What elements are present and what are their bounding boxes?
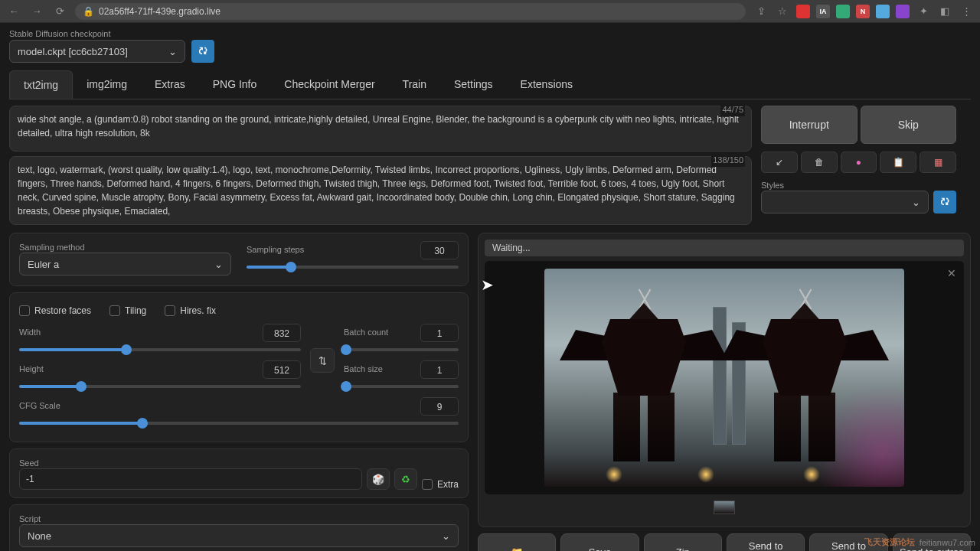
tab-extensions[interactable]: Extensions	[507, 70, 586, 99]
ext-icon-6[interactable]	[896, 5, 910, 18]
extra-seed-checkbox[interactable]: Extra	[422, 479, 459, 490]
width-slider[interactable]	[19, 345, 301, 354]
menu-icon[interactable]: ⋮	[959, 4, 974, 19]
negative-prompt[interactable]: 138/150 text, logo, watermark, (worst qu…	[9, 156, 752, 225]
lock-icon: 🔒	[83, 6, 94, 17]
forward-icon[interactable]: →	[29, 4, 44, 19]
positive-text: wide shot angle, a (gundam:0.8) robot st…	[18, 114, 739, 139]
chevron-down-icon: ⌄	[214, 259, 223, 270]
seed-label: Seed	[19, 458, 39, 468]
refresh-checkpoint-button[interactable]: 🗘	[191, 40, 214, 63]
back-icon[interactable]: ←	[6, 4, 21, 19]
batch-count-value[interactable]: 1	[420, 324, 459, 342]
height-value[interactable]: 512	[263, 360, 301, 379]
ext-icon-5[interactable]	[876, 5, 890, 18]
batch-size-value[interactable]: 1	[420, 360, 459, 379]
sampling-method-label: Sampling method	[19, 243, 85, 252]
width-value[interactable]: 832	[263, 324, 301, 342]
negative-counter: 138/150	[711, 154, 745, 167]
seed-input[interactable]	[19, 468, 362, 490]
positive-prompt[interactable]: 44/75 wide shot angle, a (gundam:0.8) ro…	[9, 106, 752, 152]
ext-icon-4[interactable]: N	[856, 5, 870, 18]
batch-count-slider[interactable]	[344, 345, 459, 354]
tab-checkpoint-merger[interactable]: Checkpoint Merger	[270, 70, 388, 99]
thumbnail[interactable]	[714, 500, 735, 514]
script-select[interactable]: None ⌄	[19, 524, 459, 547]
preview-image[interactable]	[544, 269, 904, 487]
batch-count-label: Batch count	[344, 328, 388, 337]
skip-button[interactable]: Skip	[861, 106, 957, 144]
cfg-label: CFG Scale	[19, 401, 60, 410]
height-label: Height	[19, 364, 44, 373]
swap-dims-button[interactable]: ⇅	[310, 348, 335, 373]
width-label: Width	[19, 328, 41, 337]
ext-icon-1[interactable]	[796, 5, 810, 18]
save-style-icon[interactable]: 📋	[880, 152, 916, 173]
script-label: Script	[19, 514, 41, 523]
url-text: 02a56ff4-71ff-439e.gradio.live	[99, 6, 220, 17]
tiling-checkbox[interactable]: Tiling	[109, 305, 146, 316]
checkpoint-value: model.ckpt [cc6cb27103]	[18, 46, 128, 57]
status-text: Waiting...	[485, 240, 964, 256]
script-value: None	[28, 530, 51, 542]
share-icon[interactable]: ⇪	[753, 4, 769, 19]
main-tabs: txt2img img2img Extras PNG Info Checkpoi…	[9, 70, 971, 99]
sampling-steps-value[interactable]: 30	[420, 241, 459, 259]
preview-area: ✕	[485, 261, 964, 494]
star-icon[interactable]: ☆	[775, 4, 790, 19]
paste-icon[interactable]: ↙	[761, 152, 798, 173]
height-slider[interactable]	[19, 382, 301, 391]
tab-txt2img[interactable]: txt2img	[9, 70, 73, 99]
styles-select[interactable]: ⌄	[761, 191, 929, 214]
tab-train[interactable]: Train	[389, 70, 440, 99]
positive-counter: 44/75	[720, 103, 745, 116]
style-apply-icon[interactable]: ●	[841, 152, 877, 173]
ext-icon-2[interactable]: IA	[816, 5, 830, 18]
checkpoint-label: Stable Diffusion checkpoint	[9, 29, 185, 38]
zip-button[interactable]: Zip	[644, 533, 722, 551]
send-img2img-button[interactable]: Send to img2img	[727, 533, 805, 551]
url-bar[interactable]: 🔒 02a56ff4-71ff-439e.gradio.live	[75, 3, 746, 20]
extra-icon[interactable]: ▦	[920, 152, 956, 173]
cfg-value[interactable]: 9	[420, 397, 459, 416]
tab-extras[interactable]: Extras	[141, 70, 199, 99]
tab-settings[interactable]: Settings	[440, 70, 507, 99]
sampling-steps-label: Sampling steps	[247, 245, 304, 254]
negative-text: text, logo, watermark, (worst quality, l…	[18, 165, 735, 217]
recycle-button[interactable]: ♻	[394, 468, 417, 490]
close-icon[interactable]: ✕	[947, 267, 956, 279]
cfg-slider[interactable]	[19, 419, 459, 428]
sampling-method-select[interactable]: Euler a ⌄	[19, 253, 231, 276]
chevron-down-icon: ⌄	[168, 46, 177, 57]
interrupt-button[interactable]: Interrupt	[761, 106, 858, 144]
panel-icon[interactable]: ◧	[937, 4, 952, 19]
reload-icon[interactable]: ⟳	[52, 4, 67, 19]
checkpoint-select[interactable]: model.ckpt [cc6cb27103] ⌄	[9, 40, 185, 63]
hires-fix-checkbox[interactable]: Hires. fix	[165, 305, 216, 316]
styles-label: Styles	[761, 181, 784, 190]
extensions-icon[interactable]: ✦	[916, 4, 931, 19]
tab-img2img[interactable]: img2img	[73, 70, 141, 99]
batch-size-label: Batch size	[344, 364, 383, 373]
watermark: 飞天资源论坛 feitianwu7.com	[864, 536, 975, 548]
restore-faces-checkbox[interactable]: Restore faces	[19, 305, 91, 316]
dice-button[interactable]: 🎲	[367, 468, 390, 490]
save-button[interactable]: Save	[560, 533, 639, 551]
batch-size-slider[interactable]	[344, 382, 459, 391]
refresh-styles-button[interactable]: 🗘	[933, 191, 956, 214]
sampling-steps-slider[interactable]	[247, 262, 459, 272]
open-folder-button[interactable]: 📁	[478, 533, 556, 551]
chevron-down-icon: ⌄	[912, 197, 920, 208]
clear-icon[interactable]: 🗑	[801, 152, 838, 173]
ext-icon-3[interactable]	[836, 5, 850, 18]
chevron-down-icon: ⌄	[442, 530, 450, 542]
sampling-method-value: Euler a	[28, 259, 59, 270]
tab-pnginfo[interactable]: PNG Info	[199, 70, 271, 99]
